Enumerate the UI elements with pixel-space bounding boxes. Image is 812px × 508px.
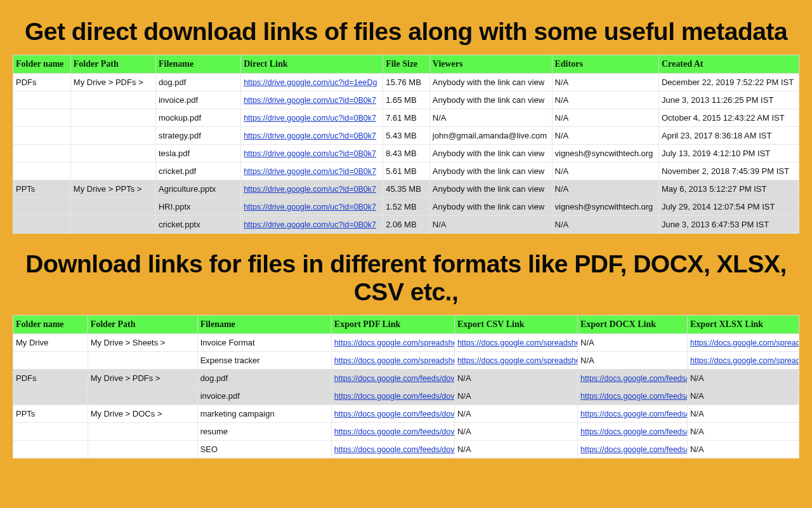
table-cell [70, 127, 155, 145]
table-cell: https://drive.google.com/uc?id=0B0k7 [241, 216, 383, 234]
column-header: Filename [155, 55, 240, 74]
file-link[interactable]: https://drive.google.com/uc?id=0B0k7 [244, 185, 376, 194]
file-link[interactable]: https://docs.google.com/feeds/ [580, 445, 687, 454]
table-cell [13, 91, 71, 109]
file-link[interactable]: https://drive.google.com/uc?id=1eeDg [244, 78, 377, 87]
file-link[interactable]: https://docs.google.com/feeds/dov [334, 374, 455, 383]
table-cell [13, 387, 88, 405]
table-cell: December 22, 2019 7:52:22 PM IST [658, 74, 799, 91]
table-cell: N/A [454, 441, 577, 458]
file-link[interactable]: https://drive.google.com/uc?id=0B0k7 [244, 220, 376, 229]
table-cell: https://docs.google.com/feeds/ [578, 423, 688, 441]
file-link[interactable]: https://drive.google.com/uc?id=0B0k7 [244, 114, 376, 123]
file-link[interactable]: https://docs.google.com/feeds/dov [334, 392, 455, 401]
column-header: Folder name [13, 316, 88, 334]
table-cell: My Drive [13, 334, 88, 352]
file-link[interactable]: https://docs.google.com/feeds/dov [334, 445, 455, 454]
file-link[interactable]: https://docs.google.com/feeds/ [580, 374, 687, 383]
table-cell: 15.76 MB [383, 74, 430, 91]
table-cell: N/A [552, 180, 658, 198]
table-cell: N/A [578, 352, 688, 370]
file-link[interactable]: https://drive.google.com/uc?id=0B0k7 [244, 167, 376, 176]
table-cell: invoice.pdf [155, 91, 240, 109]
table-cell: N/A [552, 216, 658, 234]
table-row: My DriveMy Drive > Sheets >Invoice Forma… [13, 334, 799, 352]
table-cell: vignesh@syncwithtech.org [552, 145, 658, 163]
table-header-row: Folder nameFolder PathFilenameExport PDF… [13, 316, 799, 334]
table-cell: N/A [687, 370, 799, 387]
table-cell: N/A [552, 109, 658, 127]
file-link[interactable]: https://docs.google.com/spreadshe [457, 338, 578, 347]
table-row: tesla.pdfhttps://drive.google.com/uc?id=… [13, 145, 799, 163]
table-cell: November 2, 2018 7:45:39 PM IST [658, 163, 799, 180]
table-cell: mockup.pdf [155, 109, 240, 127]
file-link[interactable]: https://drive.google.com/uc?id=0B0k7 [244, 149, 376, 158]
table-cell: https://docs.google.com/feeds/dov [331, 441, 454, 458]
table-cell: N/A [687, 423, 799, 441]
table-cell: May 6, 2013 5:12:27 PM IST [658, 180, 799, 198]
table-row: Expense trackerhttps://docs.google.com/s… [13, 352, 799, 370]
table-cell: N/A [552, 91, 658, 109]
table-row: PDFsMy Drive > PDFs >dog.pdfhttps://driv… [13, 74, 799, 91]
file-link[interactable]: https://docs.google.com/spreadshe [334, 356, 455, 365]
table-cell: invoice.pdf [197, 387, 331, 405]
table-cell [13, 163, 71, 180]
table-cell: June 3, 2013 11:26:25 PM IST [658, 91, 799, 109]
table-cell: July 13, 2019 4:12:10 PM IST [658, 145, 799, 163]
table-cell: 5.61 MB [383, 163, 430, 180]
table-cell: 45.35 MB [383, 180, 430, 198]
table-cell: https://docs.google.com/feeds/ [578, 387, 688, 405]
table-cell: https://docs.google.com/spreadsh [687, 334, 799, 352]
table-cell [88, 441, 197, 458]
table-cell: My Drive > PDFs > [88, 370, 197, 387]
column-header: Folder name [13, 55, 71, 74]
column-header: Created At [658, 55, 799, 74]
table-cell: Expense tracker [197, 352, 331, 370]
table-cell: 8.43 MB [383, 145, 430, 163]
table-header-row: Folder nameFolder PathFilenameDirect Lin… [13, 55, 799, 74]
file-link[interactable]: https://docs.google.com/feeds/dov [334, 410, 455, 418]
table-cell: Anybody with the link can view [429, 180, 552, 198]
table-row: mockup.pdfhttps://drive.google.com/uc?id… [13, 109, 799, 127]
table-cell: PDFs [13, 370, 88, 387]
table-cell [13, 109, 71, 127]
table-cell: 1.65 MB [383, 91, 430, 109]
table-cell: N/A [687, 387, 799, 405]
table-cell: https://drive.google.com/uc?id=0B0k7 [241, 91, 383, 109]
file-link[interactable]: https://drive.google.com/uc?id=0B0k7 [244, 203, 376, 211]
file-link[interactable]: https://docs.google.com/feeds/ [580, 427, 687, 436]
table-cell: dog.pdf [155, 74, 240, 91]
table-cell: john@gmail,amanda@live.com [429, 127, 552, 145]
file-link[interactable]: https://docs.google.com/spreadshe [334, 338, 455, 347]
file-link[interactable]: https://docs.google.com/spreadsh [690, 356, 799, 365]
table-cell: N/A [454, 370, 577, 387]
table-cell: 7.61 MB [383, 109, 430, 127]
table-cell [13, 423, 88, 441]
file-link[interactable]: https://docs.google.com/feeds/ [580, 392, 687, 401]
table-cell [88, 352, 197, 370]
file-link[interactable]: https://drive.google.com/uc?id=0B0k7 [244, 96, 376, 105]
table-cell: My Drive > Sheets > [88, 334, 197, 352]
file-link[interactable]: https://docs.google.com/feeds/dov [334, 427, 455, 436]
table-cell: PPTs [13, 405, 88, 423]
file-link[interactable]: https://docs.google.com/spreadsh [690, 338, 799, 347]
table-cell: N/A [552, 163, 658, 180]
table-cell [70, 216, 155, 234]
file-link[interactable]: https://docs.google.com/feeds/ [580, 410, 687, 418]
table-row: PPTsMy Drive > PPTs >Agriculture.pptxhtt… [13, 180, 799, 198]
table-cell: 1.52 MB [383, 198, 430, 216]
file-link[interactable]: https://docs.google.com/spreadshe [457, 356, 578, 365]
table-cell [70, 91, 155, 109]
table-cell: dog.pdf [197, 370, 331, 387]
table-cell: Agriculture.pptx [155, 180, 240, 198]
table-row: resumehttps://docs.google.com/feeds/dovN… [13, 423, 799, 441]
page-title-2: Download links for files in different fo… [13, 250, 799, 306]
table-cell: PPTs [13, 180, 71, 198]
table-row: SEOhttps://docs.google.com/feeds/dovN/Ah… [13, 441, 799, 458]
table-cell: Anybody with the link can view [429, 198, 552, 216]
table-cell: https://docs.google.com/feeds/ [578, 370, 688, 387]
file-link[interactable]: https://drive.google.com/uc?id=0B0k7 [244, 131, 376, 140]
table-cell: N/A [454, 423, 577, 441]
table-row: PPTsMy Drive > DOCs >marketing campaignh… [13, 405, 799, 423]
table-cell [70, 163, 155, 180]
